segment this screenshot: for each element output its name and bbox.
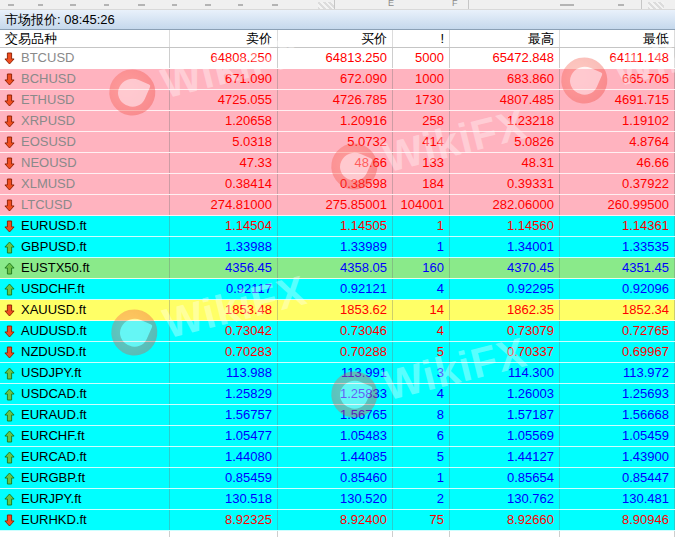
symbol-label: ETHUSD bbox=[21, 90, 74, 110]
column-header-sell[interactable]: 卖价 bbox=[170, 30, 278, 47]
up-arrow-icon bbox=[4, 367, 15, 380]
table-row-EURAUD.ft[interactable]: EURAUD.ft 1.56757 1.56765 8 1.57187 1.56… bbox=[0, 405, 675, 426]
sell-price: 130.518 bbox=[170, 489, 278, 509]
column-header-buy[interactable]: 买价 bbox=[278, 30, 393, 47]
symbol-label: EURAUD.ft bbox=[21, 405, 87, 425]
buy-price: 275.85001 bbox=[278, 195, 393, 215]
symbol-cell: EURCAD.ft bbox=[0, 447, 170, 467]
sell-price: 1.05477 bbox=[170, 426, 278, 446]
table-row-BTCUSD[interactable]: BTCUSD 64808.250 64813.250 5000 65472.84… bbox=[0, 48, 675, 69]
low-price: 64111.148 bbox=[560, 48, 675, 68]
partial-next-row bbox=[0, 531, 675, 537]
low-price: 1.56668 bbox=[560, 405, 675, 425]
low-price: 1.33535 bbox=[560, 237, 675, 257]
table-row-ETHUSD[interactable]: ETHUSD 4725.055 4726.785 1730 4807.485 4… bbox=[0, 90, 675, 111]
spread-value: 2 bbox=[393, 489, 450, 509]
low-price: 1852.34 bbox=[560, 300, 675, 320]
sell-price: 8.92325 bbox=[170, 510, 278, 530]
table-row-NEOUSD[interactable]: NEOUSD 47.33 48.66 133 48.31 46.66 bbox=[0, 153, 675, 174]
table-row-EURGBP.ft[interactable]: EURGBP.ft 0.85459 0.85460 1 0.85654 0.85… bbox=[0, 468, 675, 489]
column-header-high[interactable]: 最高 bbox=[450, 30, 560, 47]
panel-titlebar[interactable]: 市场报价: 08:45:26 bbox=[0, 10, 675, 30]
sell-price: 274.81000 bbox=[170, 195, 278, 215]
low-price: 1.25693 bbox=[560, 384, 675, 404]
symbol-label: GBPUSD.ft bbox=[21, 237, 87, 257]
table-row-XAUUSD.ft[interactable]: XAUUSD.ft 1853.48 1853.62 14 1862.35 185… bbox=[0, 300, 675, 321]
symbol-label: EOSUSD bbox=[21, 132, 76, 152]
buy-price: 1.44085 bbox=[278, 447, 393, 467]
high-price: 0.73079 bbox=[450, 321, 560, 341]
symbol-label: EURUSD.ft bbox=[21, 216, 87, 236]
spread-value: 4 bbox=[393, 384, 450, 404]
symbol-cell: EURCHF.ft bbox=[0, 426, 170, 446]
table-row-USDJPY.ft[interactable]: USDJPY.ft 113.988 113.991 3 114.300 113.… bbox=[0, 363, 675, 384]
spread-value: 1730 bbox=[393, 90, 450, 110]
symbol-cell: EOSUSD bbox=[0, 132, 170, 152]
symbol-cell: AUDUSD.ft bbox=[0, 321, 170, 341]
table-row-EURCAD.ft[interactable]: EURCAD.ft 1.44080 1.44085 5 1.44127 1.43… bbox=[0, 447, 675, 468]
spread-value: 5 bbox=[393, 342, 450, 362]
buy-price: 1.56765 bbox=[278, 405, 393, 425]
symbol-label: EURHKD.ft bbox=[21, 510, 87, 530]
table-row-EURCHF.ft[interactable]: EURCHF.ft 1.05477 1.05483 6 1.05569 1.05… bbox=[0, 426, 675, 447]
sell-price: 1.25829 bbox=[170, 384, 278, 404]
quotes-table: 交易品种 卖价 买价 ! 最高 最低 BTCUSD 64808.250 6481… bbox=[0, 30, 675, 537]
table-row-NZDUSD.ft[interactable]: NZDUSD.ft 0.70283 0.70288 5 0.70337 0.69… bbox=[0, 342, 675, 363]
symbol-label: XAUUSD.ft bbox=[21, 300, 86, 320]
table-row-EURHKD.ft[interactable]: EURHKD.ft 8.92325 8.92400 75 8.92660 8.9… bbox=[0, 510, 675, 531]
symbol-cell: EURGBP.ft bbox=[0, 468, 170, 488]
up-arrow-icon bbox=[4, 409, 15, 422]
spread-value: 414 bbox=[393, 132, 450, 152]
sell-price: 1.33988 bbox=[170, 237, 278, 257]
buy-price: 1.05483 bbox=[278, 426, 393, 446]
buy-price: 0.85460 bbox=[278, 468, 393, 488]
table-row-EURUSD.ft[interactable]: EURUSD.ft 1.14504 1.14505 1 1.14560 1.14… bbox=[0, 216, 675, 237]
symbol-label: LTCUSD bbox=[21, 195, 72, 215]
high-price: 130.762 bbox=[450, 489, 560, 509]
down-arrow-icon bbox=[4, 157, 15, 170]
sell-price: 64808.250 bbox=[170, 48, 278, 68]
symbol-label: NZDUSD.ft bbox=[21, 342, 86, 362]
table-row-EURJPY.ft[interactable]: EURJPY.ft 130.518 130.520 2 130.762 130.… bbox=[0, 489, 675, 510]
high-price: 1.14560 bbox=[450, 216, 560, 236]
buy-price: 0.92121 bbox=[278, 279, 393, 299]
spread-value: 258 bbox=[393, 111, 450, 131]
symbol-label: EURGBP.ft bbox=[21, 468, 85, 488]
table-row-LTCUSD[interactable]: LTCUSD 274.81000 275.85001 104001 282.06… bbox=[0, 195, 675, 216]
table-row-XLMUSD[interactable]: XLMUSD 0.38414 0.38598 184 0.39331 0.379… bbox=[0, 174, 675, 195]
symbol-cell: BTCUSD bbox=[0, 48, 170, 68]
column-header-spread[interactable]: ! bbox=[393, 30, 450, 47]
buy-price: 0.38598 bbox=[278, 174, 393, 194]
table-row-EOSUSD[interactable]: EOSUSD 5.0318 5.0732 414 5.0826 4.8764 bbox=[0, 132, 675, 153]
column-header-symbol[interactable]: 交易品种 bbox=[0, 30, 170, 47]
low-price: 8.90946 bbox=[560, 510, 675, 530]
symbol-cell: USDJPY.ft bbox=[0, 363, 170, 383]
buy-price: 48.66 bbox=[278, 153, 393, 173]
high-price: 4370.45 bbox=[450, 258, 560, 278]
high-price: 683.860 bbox=[450, 69, 560, 89]
symbol-label: BTCUSD bbox=[21, 48, 74, 68]
symbol-cell: USDCAD.ft bbox=[0, 384, 170, 404]
down-arrow-icon bbox=[4, 73, 15, 86]
sell-price: 1.44080 bbox=[170, 447, 278, 467]
table-row-EUSTX50.ft[interactable]: EUSTX50.ft 4356.45 4358.05 160 4370.45 4… bbox=[0, 258, 675, 279]
symbol-cell: XRPUSD bbox=[0, 111, 170, 131]
high-price: 4807.485 bbox=[450, 90, 560, 110]
table-row-AUDUSD.ft[interactable]: AUDUSD.ft 0.73042 0.73046 4 0.73079 0.72… bbox=[0, 321, 675, 342]
table-row-USDCHF.ft[interactable]: USDCHF.ft 0.92117 0.92121 4 0.92295 0.92… bbox=[0, 279, 675, 300]
low-price: 260.99500 bbox=[560, 195, 675, 215]
buy-price: 0.73046 bbox=[278, 321, 393, 341]
sell-price: 0.73042 bbox=[170, 321, 278, 341]
down-arrow-icon bbox=[4, 325, 15, 338]
table-row-XRPUSD[interactable]: XRPUSD 1.20658 1.20916 258 1.23218 1.191… bbox=[0, 111, 675, 132]
down-arrow-icon bbox=[4, 94, 15, 107]
low-price: 113.972 bbox=[560, 363, 675, 383]
table-row-GBPUSD.ft[interactable]: GBPUSD.ft 1.33988 1.33989 1 1.34001 1.33… bbox=[0, 237, 675, 258]
low-price: 130.481 bbox=[560, 489, 675, 509]
table-row-USDCAD.ft[interactable]: USDCAD.ft 1.25829 1.25833 4 1.26003 1.25… bbox=[0, 384, 675, 405]
buy-price: 1853.62 bbox=[278, 300, 393, 320]
table-row-BCHUSD[interactable]: BCHUSD 671.090 672.090 1000 683.860 665.… bbox=[0, 69, 675, 90]
up-arrow-icon bbox=[4, 493, 15, 506]
column-header-low[interactable]: 最低 bbox=[560, 30, 675, 47]
buy-price: 1.25833 bbox=[278, 384, 393, 404]
